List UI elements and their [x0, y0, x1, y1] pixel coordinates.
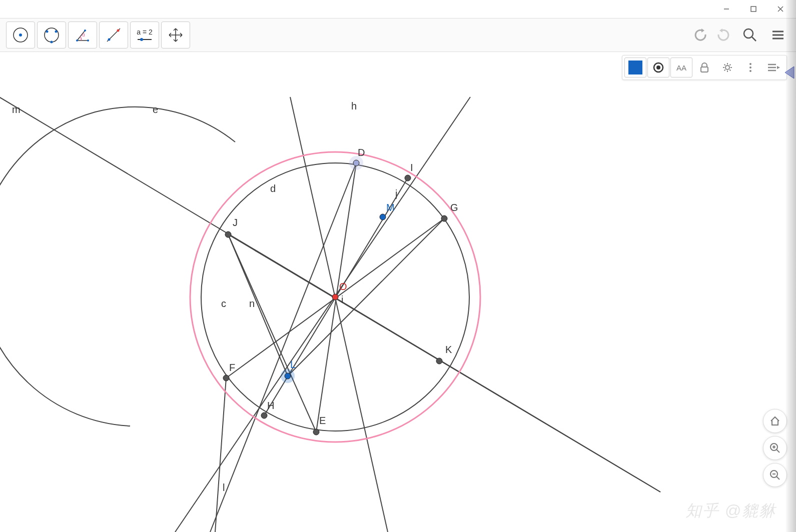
point-O[interactable] [332, 294, 338, 300]
label-aa-icon: AA [676, 64, 686, 72]
redo-button[interactable] [714, 25, 734, 45]
label-point-E: E [319, 415, 326, 426]
label-point-G: G [450, 202, 458, 213]
svg-text:α: α [82, 32, 85, 38]
point-J[interactable] [225, 232, 231, 238]
circle-3pts-icon [42, 26, 61, 44]
svg-point-27 [725, 66, 729, 70]
label-point-O: O [339, 281, 347, 292]
line-h[interactable] [290, 97, 388, 532]
move-icon [166, 26, 185, 44]
svg-point-8 [55, 30, 58, 33]
geometry-canvas[interactable]: mhnjildceDIGJMOKLFHE [0, 52, 796, 532]
line-line-DH[interactable] [210, 163, 356, 532]
point-I[interactable] [405, 175, 411, 181]
tool-slider[interactable]: a = 2 [130, 22, 159, 48]
label-point-F: F [229, 362, 235, 373]
reflect-icon [104, 26, 123, 44]
svg-point-28 [749, 63, 751, 65]
svg-point-9 [51, 41, 53, 44]
point-M[interactable] [380, 214, 386, 220]
right-edge-decoration [786, 0, 796, 532]
svg-point-19 [744, 29, 753, 38]
style-label-button[interactable]: AA [670, 58, 692, 78]
search-button[interactable] [738, 23, 762, 47]
watermark: 知乎 @貔貅 [685, 500, 776, 522]
svg-point-18 [140, 38, 143, 41]
more-vert-icon [748, 62, 753, 73]
svg-point-12 [87, 40, 89, 42]
minimize-button[interactable] [713, 0, 740, 18]
svg-point-7 [46, 30, 49, 33]
svg-point-25 [656, 66, 660, 70]
svg-point-13 [84, 30, 86, 32]
svg-point-11 [76, 40, 78, 42]
maximize-button[interactable] [740, 0, 767, 18]
point-K[interactable] [436, 358, 442, 364]
svg-line-35 [776, 450, 779, 452]
svg-point-6 [45, 28, 59, 42]
label-point-J: J [233, 217, 238, 228]
home-icon [769, 416, 780, 426]
zoom-out-button[interactable] [763, 463, 787, 487]
label-point-L: L [290, 359, 296, 370]
lock-icon [699, 62, 710, 73]
label-point-D: D [358, 147, 365, 158]
tool-angle[interactable]: α [68, 22, 97, 48]
label-line-h: h [351, 100, 357, 112]
label-line-i: i [341, 294, 343, 305]
zoom-in-icon [769, 442, 780, 454]
line-l[interactable] [215, 378, 226, 532]
angle-icon: α [73, 26, 92, 44]
titlebar [0, 0, 796, 18]
svg-line-20 [752, 37, 756, 41]
svg-point-15 [108, 38, 111, 41]
svg-line-39 [776, 476, 779, 480]
label-circle-e: e [153, 104, 158, 115]
style-color-button[interactable] [624, 58, 646, 78]
label-line-m: m [12, 104, 21, 115]
point-G[interactable] [441, 216, 447, 222]
style-settings-button[interactable] [716, 58, 738, 78]
graphics-view[interactable]: mhnjildceDIGJMOKLFHE [0, 52, 796, 532]
tool-circle-center-point[interactable] [6, 22, 35, 48]
style-point-style-button[interactable] [647, 58, 669, 78]
tool-circle-3points[interactable] [37, 22, 66, 48]
label-circle-d: d [270, 183, 276, 194]
undo-button[interactable] [690, 25, 710, 45]
zoom-in-button[interactable] [763, 436, 787, 460]
style-panel-toggle-button[interactable] [762, 58, 784, 78]
tool-reflect[interactable] [99, 22, 128, 48]
gear-icon [722, 62, 733, 73]
slider-icon: a = 2 [137, 28, 153, 42]
label-line-n: n [249, 298, 255, 309]
point-L[interactable] [285, 373, 291, 379]
point-H[interactable] [261, 412, 267, 418]
label-point-M: M [386, 202, 395, 213]
label-point-I: I [410, 162, 413, 173]
toolbar: α a = 2 [0, 18, 796, 52]
stylebar: AA [622, 55, 787, 80]
style-more-button[interactable] [739, 58, 761, 78]
line-m[interactable] [0, 94, 660, 492]
tool-move-view[interactable] [161, 22, 190, 48]
point-F[interactable] [223, 375, 229, 381]
zoom-out-icon [769, 470, 780, 480]
label-point-K: K [445, 344, 452, 355]
point-E[interactable] [313, 429, 319, 435]
point-D[interactable] [353, 160, 359, 166]
svg-point-16 [117, 30, 120, 32]
point-style-icon [652, 61, 665, 74]
home-view-button[interactable] [763, 409, 787, 433]
svg-point-29 [749, 66, 751, 68]
panel-toggle-icon [767, 62, 780, 73]
circle-e[interactable] [0, 107, 235, 426]
label-circle-c: c [221, 298, 226, 309]
label-line-l: l [223, 482, 225, 493]
svg-point-30 [749, 70, 751, 72]
svg-point-5 [19, 34, 22, 36]
style-lock-button[interactable] [693, 58, 715, 78]
svg-rect-26 [701, 67, 708, 72]
line-j[interactable] [288, 218, 444, 376]
color-swatch [628, 60, 642, 74]
